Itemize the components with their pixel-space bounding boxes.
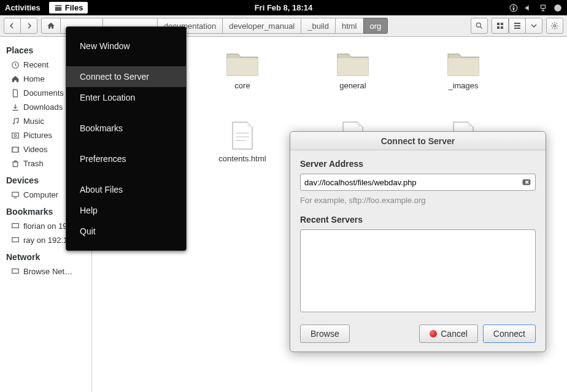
list-view-button[interactable] [509,18,526,34]
file-label: contents.html [218,154,266,163]
nav-group [4,18,37,34]
menu-bookmarks[interactable]: Bookmarks [66,118,186,139]
sidebar-label: Home [23,74,45,83]
breadcrumb-home[interactable] [41,18,61,34]
server-address-input[interactable] [304,178,522,187]
search-button[interactable] [471,18,488,34]
sidebar-label: Music [23,117,44,126]
breadcrumb-seg-developer-manual[interactable]: developer_manual [222,18,301,34]
connect-to-server-dialog: Connect to Server Server Address For exa… [290,131,546,352]
folder-icon [226,49,259,77]
icon-view-button[interactable] [492,18,509,34]
svg-rect-2 [541,5,546,8]
svg-point-14 [13,123,14,124]
forward-button[interactable] [20,18,37,34]
folder-general[interactable]: general [325,49,380,90]
svg-point-4 [476,23,480,27]
gear-icon [550,21,559,30]
grid-icon [496,22,504,29]
server-address-label: Server Address [300,159,536,169]
files-app-label: Files [65,3,83,12]
html-file-icon [231,121,254,150]
breadcrumb-seg-org[interactable]: org [363,18,388,34]
sidebar-label: Browse Net… [23,267,72,276]
breadcrumb-seg-build[interactable]: _build [301,18,336,34]
sidebar-label: Documents [23,88,64,98]
recent-servers-label: Recent Servers [300,215,536,225]
top-panel: Activities Files Fri Feb 8, 18:14 [0,0,567,15]
svg-rect-10 [514,25,520,26]
svg-rect-19 [12,192,19,196]
svg-rect-20 [12,223,19,228]
gear-menu-button[interactable] [546,18,563,34]
app-menu: New Window Connect to Server Enter Locat… [66,26,187,251]
sidebar-label: Recent [23,60,48,69]
user-icon[interactable] [554,4,562,12]
accessibility-icon[interactable] [509,4,518,12]
svg-rect-11 [514,28,520,29]
svg-point-17 [14,134,17,137]
file-contents[interactable]: contents.html [215,121,270,163]
file-label: core [234,81,250,90]
svg-point-12 [554,25,556,27]
folder-core[interactable]: core [215,49,270,90]
svg-point-1 [513,5,514,6]
file-label: _images [448,81,478,90]
sidebar-label: Downloads [23,102,63,112]
view-options-button[interactable] [525,18,542,34]
sidebar-label: Trash [23,159,44,168]
folder-images[interactable]: _images [436,49,491,90]
clear-input-icon[interactable] [522,177,531,187]
server-address-row [300,174,536,191]
menu-new-window[interactable]: New Window [66,36,186,56]
chevron-left-icon [9,23,15,29]
server-address-hint: For example, sftp://foo.example.org [300,196,536,205]
menu-quit[interactable]: Quit [66,221,186,242]
search-icon [475,21,484,30]
browse-button[interactable]: Browse [300,325,350,343]
file-label: general [339,81,366,90]
svg-rect-5 [497,23,500,25]
svg-rect-9 [514,23,520,24]
chevron-right-icon [26,23,32,29]
volume-icon[interactable] [524,4,533,12]
clock[interactable]: Fri Feb 8, 18:14 [255,3,313,12]
svg-rect-8 [501,26,503,29]
files-app-menu-button[interactable]: Files [49,2,88,13]
svg-point-3 [554,4,561,12]
connect-button[interactable]: Connect [483,325,536,343]
svg-rect-7 [497,26,500,29]
cancel-button[interactable]: Cancel [419,325,478,343]
svg-rect-16 [12,133,19,137]
home-icon [47,21,55,30]
sidebar-label: Videos [23,145,48,154]
chevron-down-icon [531,23,537,29]
network-icon[interactable] [539,4,547,12]
svg-rect-21 [12,237,19,242]
menu-help[interactable]: Help [66,200,186,221]
stop-icon [430,330,437,337]
recent-servers-list[interactable] [300,229,536,312]
activities-button[interactable]: Activities [5,3,40,12]
menu-connect-to-server[interactable]: Connect to Server [66,66,186,87]
sidebar-label: Pictures [23,131,52,140]
sidebar-label: Computer [23,190,58,199]
list-icon [514,22,521,29]
breadcrumb-seg-html[interactable]: html [335,18,364,34]
folder-icon [447,49,480,77]
menu-enter-location[interactable]: Enter Location [66,87,186,108]
menu-preferences[interactable]: Preferences [66,148,186,169]
svg-point-15 [17,121,18,123]
cancel-label: Cancel [441,329,468,339]
svg-rect-18 [12,147,19,152]
svg-rect-6 [501,23,503,25]
menu-about-files[interactable]: About Files [66,179,186,200]
dialog-title: Connect to Server [290,132,546,150]
sidebar-item-browse-network[interactable]: Browse Net… [0,264,91,279]
back-button[interactable] [4,18,21,34]
svg-rect-22 [12,269,19,273]
files-icon [54,4,63,12]
folder-icon [336,49,369,77]
